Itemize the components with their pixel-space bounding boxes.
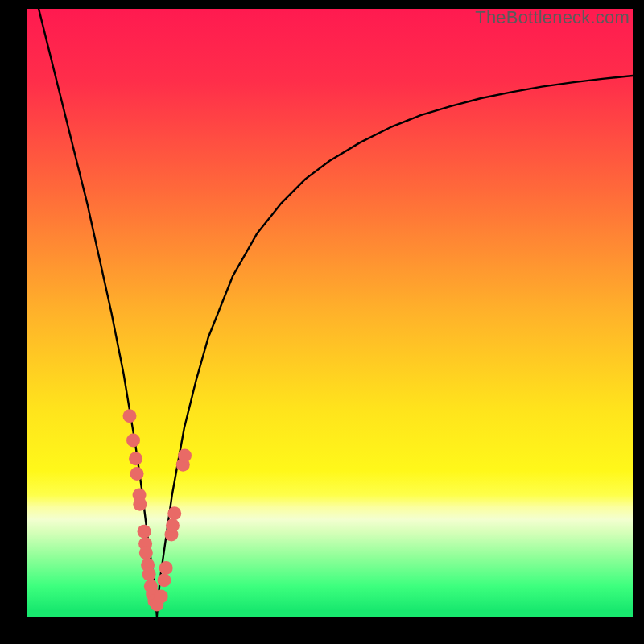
data-point-marker (178, 448, 192, 462)
data-point-marker (138, 525, 151, 539)
data-point-marker (166, 518, 180, 532)
data-point-marker (133, 497, 147, 511)
data-point-marker (157, 573, 171, 587)
data-point-marker (159, 561, 173, 575)
outer-frame: TheBottleneck.com (0, 0, 644, 644)
data-point-marker (142, 568, 156, 581)
data-point-marker (130, 467, 144, 481)
bottleneck-curve (39, 9, 633, 617)
data-point-marker (167, 506, 181, 520)
plot-area: TheBottleneck.com (27, 9, 633, 617)
data-point-marker (155, 590, 168, 604)
data-point-marker (129, 452, 142, 465)
data-point-marker (139, 546, 153, 559)
watermark-text: TheBottleneck.com (475, 7, 630, 28)
chart-svg (27, 9, 633, 617)
data-point-marker (123, 409, 137, 423)
data-point-marker (126, 434, 140, 448)
